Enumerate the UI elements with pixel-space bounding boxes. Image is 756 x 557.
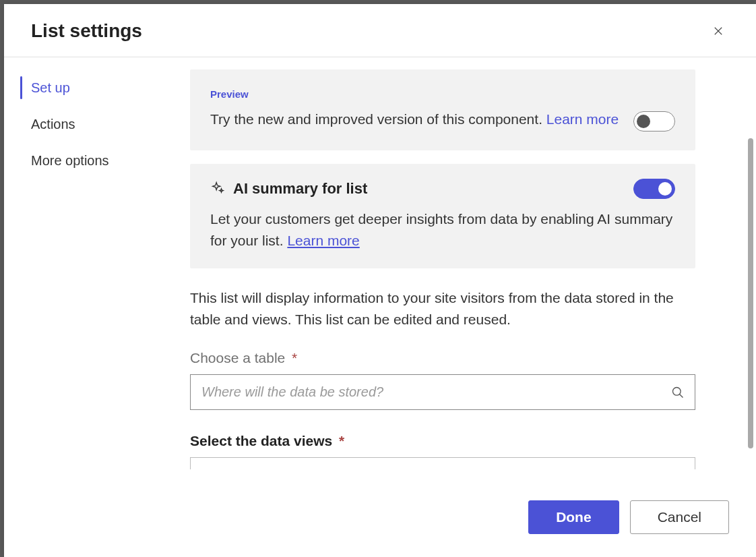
preview-badge: Preview [210,88,620,100]
choose-table-label: Choose a table * [190,350,695,366]
modal-body: Set up Actions More options Preview Try … [4,57,756,557]
required-star: * [339,433,344,448]
svg-point-2 [673,387,681,395]
search-icon [671,386,685,399]
cancel-button[interactable]: Cancel [630,500,729,534]
preview-toggle[interactable] [633,111,675,131]
content-area: Preview Try the new and improved version… [171,57,730,557]
preview-description: Try the new and improved version of this… [210,109,620,129]
choose-table-input[interactable] [190,374,695,410]
sidebar-item-label: Set up [31,80,70,95]
preview-learn-more-link[interactable]: Learn more [546,111,619,127]
sidebar-item-actions[interactable]: Actions [4,106,171,142]
preview-card: Preview Try the new and improved version… [190,69,695,150]
toggle-knob [637,115,650,128]
sidebar: Set up Actions More options [4,57,171,557]
ai-summary-title: AI summary for list [233,180,367,198]
sidebar-item-set-up[interactable]: Set up [4,69,171,106]
modal-title: List settings [31,20,142,42]
modal-footer: Done Cancel [4,486,756,557]
sidebar-item-more-options[interactable]: More options [4,142,171,179]
close-icon [712,25,724,37]
toggle-knob [658,182,672,196]
ai-learn-more-link[interactable]: Learn more [287,233,359,248]
required-star: * [292,350,297,365]
modal-header: List settings [4,4,756,57]
choose-table-input-wrap [190,374,695,410]
sidebar-item-label: More options [31,153,109,168]
list-settings-modal: List settings Set up Actions More option… [4,4,756,557]
ai-summary-card: AI summary for list Let your customers g… [190,164,695,268]
ai-summary-description: Let your customers get deeper insights f… [210,208,675,251]
ai-summary-toggle[interactable] [633,179,675,199]
sparkle-icon [210,180,225,198]
scrollbar[interactable] [748,138,753,448]
done-button[interactable]: Done [528,500,619,534]
select-views-label: Select the data views * [190,433,695,449]
close-button[interactable] [707,20,729,42]
select-views-box[interactable] [190,457,695,469]
sidebar-item-label: Actions [31,117,75,131]
svg-line-3 [680,394,683,397]
list-description: This list will display information to yo… [190,287,695,330]
